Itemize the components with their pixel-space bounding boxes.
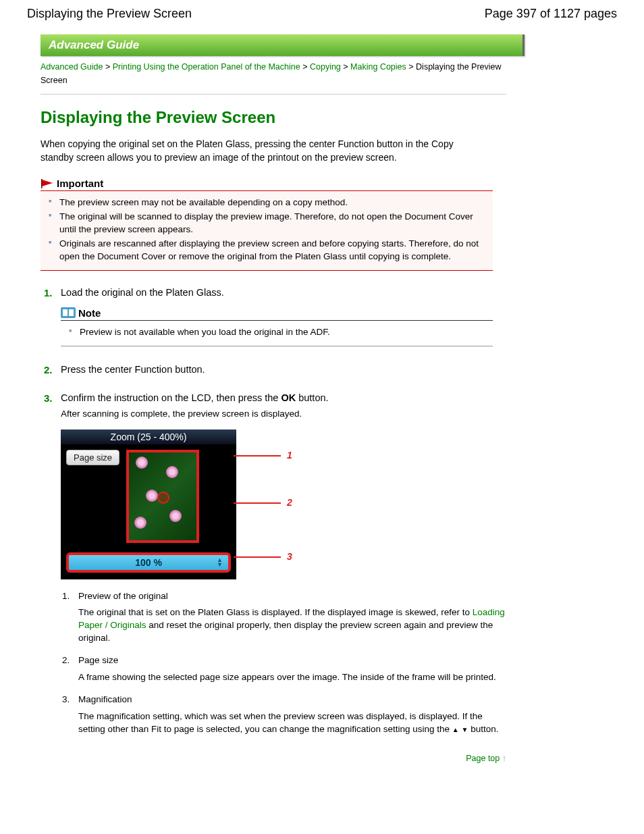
step-subtext: After scanning is complete, the preview … (61, 409, 500, 419)
callout-number: 3 (287, 551, 292, 562)
breadcrumb-link[interactable]: Advanced Guide (41, 62, 103, 72)
lcd-zoom-value: 100 % (135, 557, 162, 568)
step-1: 1. Load the original on the Platen Glass… (41, 287, 500, 346)
breadcrumb-link[interactable]: Copying (310, 62, 341, 72)
lcd-preview-image (126, 450, 199, 543)
note-label: Note (78, 307, 101, 319)
sublist-item: 1. Preview of the original The original … (61, 590, 506, 646)
page-top-link-wrap: Page top ↑ (41, 754, 506, 763)
breadcrumb-link[interactable]: Making Copies (350, 62, 406, 72)
callout-number: 2 (287, 497, 292, 508)
header-page-info: Page 397 of 1127 pages (485, 7, 617, 21)
lcd-center-marker (157, 492, 169, 504)
sublist-desc: The original that is set on the Platen G… (78, 606, 506, 645)
step-number: 3. (44, 392, 53, 404)
step-number: 1. (44, 287, 53, 298)
sublist-desc-part: button. (471, 724, 498, 734)
note-callout: Note Preview is not available when you l… (61, 307, 493, 346)
sublist-desc: The magnification setting, which was set… (78, 710, 506, 736)
svg-rect-1 (41, 179, 43, 188)
step-text: Load the original on the Platen Glass. (61, 287, 224, 298)
step-number: 2. (44, 364, 53, 375)
callout-line (234, 455, 281, 457)
step-text: Confirm the instruction on the LCD, then… (61, 392, 329, 403)
breadcrumb-sep: > (343, 62, 348, 72)
sublist-title: Page size (78, 654, 506, 667)
important-item: Originals are rescanned after displaying… (47, 238, 486, 263)
ok-label: OK (281, 392, 296, 403)
important-item: The preview screen may not be available … (47, 197, 486, 209)
sublist-number: 3. (62, 694, 70, 706)
triangle-down-icon (462, 724, 468, 734)
note-icon (61, 307, 76, 318)
sublist-title: Preview of the original (78, 590, 506, 603)
step-text-part: button. (296, 392, 328, 403)
intro-paragraph: When copying the original set on the Pla… (41, 138, 486, 164)
step-text: Press the center Function button. (61, 364, 205, 375)
important-item: The original will be scanned to display … (47, 211, 486, 236)
page-top-link[interactable]: Page top (466, 754, 500, 763)
advanced-guide-banner: Advanced Guide (41, 34, 525, 56)
lcd-zoom-title: Zoom (25 - 400%) (61, 429, 236, 444)
step-2: 2. Press the center Function button. (41, 364, 500, 375)
sublist-title: Magnification (78, 694, 506, 706)
breadcrumb: Advanced Guide > Printing Using the Oper… (41, 60, 506, 87)
sublist-item: 2. Page size A frame showing the selecte… (61, 654, 506, 684)
lcd-figure: Zoom (25 - 400%) Page size 100 % ▲▼ (61, 429, 304, 579)
flag-icon (41, 178, 54, 189)
important-label: Important (57, 178, 103, 189)
page-title: Displaying the Preview Screen (41, 108, 617, 127)
svg-marker-0 (42, 180, 53, 186)
callout-line (234, 502, 281, 504)
important-callout: Important The preview screen may not be … (41, 178, 493, 270)
lcd-zoom-bar: 100 % ▲▼ (66, 552, 231, 573)
breadcrumb-sep: > (408, 62, 413, 72)
sublist-number: 1. (62, 590, 70, 603)
callout-line (234, 556, 281, 558)
sublist-number: 2. (62, 654, 70, 667)
breadcrumb-sep: > (302, 62, 307, 72)
sublist-desc: A frame showing the selected page size a… (78, 671, 506, 684)
page-header: Displaying the Preview Screen Page 397 o… (27, 7, 617, 21)
callout-number: 1 (287, 450, 292, 461)
breadcrumb-link[interactable]: Printing Using the Operation Panel of th… (113, 62, 300, 72)
note-item: Preview is not available when you load t… (68, 326, 486, 339)
breadcrumb-sep: > (105, 62, 110, 72)
lcd-page-size-button: Page size (66, 450, 119, 465)
step-3: 3. Confirm the instruction on the LCD, t… (41, 392, 500, 736)
sublist-desc-part: The original that is set on the Platen G… (78, 607, 473, 617)
divider (41, 94, 506, 95)
step-text-part: Confirm the instruction on the LCD, then… (61, 392, 281, 403)
triangle-up-icon (452, 724, 459, 734)
header-title: Displaying the Preview Screen (27, 7, 192, 21)
arrow-up-icon: ↑ (502, 754, 506, 763)
sublist-item: 3. Magnification The magnification setti… (61, 694, 506, 736)
sublist-desc-part: The magnification setting, which was set… (78, 711, 483, 734)
lcd-zoom-arrows-icon: ▲▼ (217, 558, 223, 567)
